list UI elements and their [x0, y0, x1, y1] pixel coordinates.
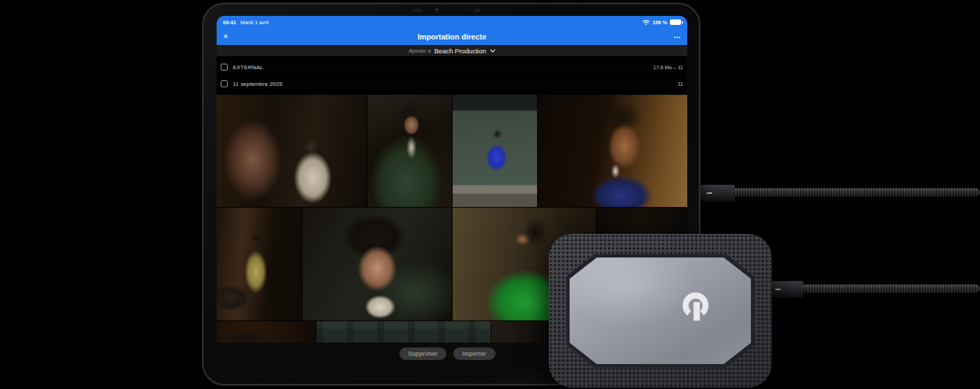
- date-group-count: 11: [678, 81, 683, 87]
- photo-thumbnail[interactable]: [217, 208, 302, 320]
- connector-logo: [707, 192, 712, 194]
- usb-c-connector: [700, 185, 735, 201]
- camera-sensor: [413, 9, 422, 12]
- add-to-label: Ajouter à: [408, 48, 430, 54]
- camera-sensor: [474, 9, 480, 12]
- date-group-label: 11 septembre 2025: [233, 81, 283, 87]
- photo-thumbnail[interactable]: [453, 95, 537, 207]
- clock: 09:41: [223, 19, 236, 26]
- source-row-date[interactable]: 11 septembre 2025 11: [217, 78, 687, 89]
- chevron-down-icon: [490, 49, 496, 53]
- photo-thumbnail[interactable]: [316, 321, 491, 343]
- battery-percent: 100 %: [653, 19, 667, 26]
- external-ssd-drive: [549, 234, 772, 388]
- source-label: EXTERNAL: [233, 64, 264, 71]
- divider: [217, 89, 687, 95]
- wifi-icon: [642, 19, 650, 26]
- divider: [217, 56, 687, 62]
- collection-name: Beach Production: [435, 47, 487, 55]
- braided-cable: [801, 284, 980, 293]
- front-camera-icon: [435, 8, 438, 11]
- usb-c-connector: [769, 281, 804, 298]
- braided-cable: [732, 188, 980, 197]
- title-bar: ✕ Importation directe •••: [217, 28, 687, 45]
- photo-thumbnail[interactable]: [491, 321, 547, 343]
- delete-button[interactable]: Supprimer: [399, 347, 447, 360]
- add-to-collection-picker[interactable]: Ajouter à Beach Production: [217, 45, 687, 56]
- drive-metal-plate: [570, 257, 751, 364]
- checkbox[interactable]: [221, 64, 228, 71]
- import-button[interactable]: Importer: [453, 347, 495, 360]
- battery-icon: [670, 19, 681, 25]
- photo-thumbnail[interactable]: [217, 321, 316, 343]
- more-options-icon[interactable]: •••: [674, 28, 681, 45]
- photo-thumbnail[interactable]: [368, 95, 452, 207]
- checkbox[interactable]: [221, 80, 228, 87]
- status-bar: 09:41 Mardi 1 avril 100 %: [217, 16, 687, 28]
- g-drive-logo-icon: [680, 291, 711, 328]
- source-row-external[interactable]: EXTERNAL 17,6 Mo – 11: [217, 62, 687, 73]
- photo-thumbnail[interactable]: [302, 208, 452, 320]
- page-title: Importation directe: [217, 28, 687, 45]
- camera-sensor: [466, 9, 468, 11]
- connector-logo: [775, 289, 781, 290]
- source-size-count: 17,6 Mo – 11: [653, 64, 683, 71]
- photo-grid-row: [217, 95, 687, 207]
- photo-thumbnail[interactable]: [217, 95, 367, 207]
- status-date: Mardi 1 avril: [240, 19, 269, 26]
- photo-thumbnail[interactable]: [538, 95, 687, 207]
- divider: [217, 73, 687, 78]
- marketing-scene: 09:41 Mardi 1 avril 100 % ✕ Importation …: [0, 0, 980, 389]
